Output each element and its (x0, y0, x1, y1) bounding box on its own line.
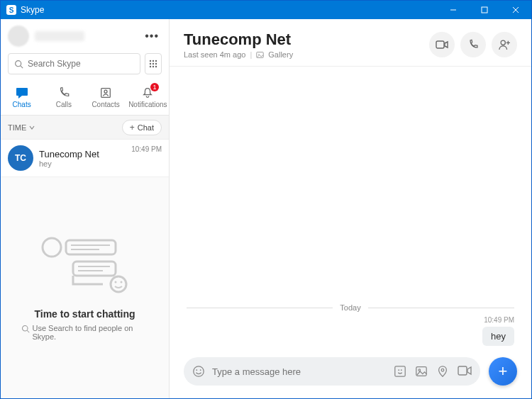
svg-line-5 (21, 65, 23, 67)
svg-marker-16 (18, 96, 22, 99)
image-icon[interactable] (415, 365, 428, 378)
svg-point-7 (153, 60, 154, 62)
video-message-icon[interactable] (458, 365, 472, 376)
empty-state: Time to start chatting Use Search to fin… (1, 177, 169, 398)
phone-icon (57, 86, 70, 99)
svg-marker-48 (467, 367, 471, 374)
svg-rect-1 (482, 7, 487, 13)
conversation-item[interactable]: TC Tunecomp Net hey 10:49 PM (1, 140, 169, 177)
chevron-down-icon (29, 125, 35, 130)
add-people-button[interactable] (492, 32, 517, 57)
svg-point-18 (104, 90, 107, 93)
window-minimize-button[interactable] (438, 1, 469, 19)
app-window: S Skype ••• (0, 0, 532, 399)
svg-point-39 (196, 369, 197, 371)
new-chat-button[interactable]: + Chat (122, 120, 162, 135)
conversation-name: Tunecomp Net (39, 149, 126, 159)
profile-row[interactable]: ••• (1, 19, 169, 50)
svg-point-43 (401, 369, 402, 371)
svg-point-11 (155, 63, 157, 64)
profile-avatar (8, 26, 29, 47)
svg-point-27 (114, 281, 116, 283)
svg-rect-47 (458, 366, 467, 375)
tab-contacts[interactable]: Contacts (85, 80, 127, 115)
svg-point-19 (43, 238, 61, 257)
section-time-label[interactable]: TIME (8, 123, 26, 132)
search-icon (14, 60, 23, 69)
empty-subtitle: Use Search to find people on Skype. (33, 324, 149, 341)
window-close-button[interactable] (500, 1, 531, 19)
svg-point-38 (194, 366, 204, 376)
notification-badge: 1 (150, 83, 159, 91)
chat-status: Last seen 4m ago (184, 50, 245, 59)
tab-chats-label: Chats (13, 101, 31, 108)
conversation-avatar: TC (8, 145, 33, 171)
contacts-icon (99, 86, 112, 99)
conversation-time: 10:49 PM (131, 145, 162, 171)
search-input[interactable] (28, 59, 134, 69)
new-action-button[interactable]: + (489, 357, 517, 386)
app-body: ••• Chats (1, 19, 531, 398)
message-input[interactable] (212, 366, 387, 377)
svg-point-10 (153, 63, 154, 64)
svg-point-12 (150, 66, 151, 67)
tab-chats[interactable]: Chats (1, 80, 43, 115)
conversation-preview: hey (39, 159, 126, 168)
message-bubble[interactable]: hey (482, 327, 514, 346)
svg-point-45 (419, 369, 421, 371)
location-icon[interactable] (436, 365, 449, 378)
gallery-icon (256, 51, 264, 59)
tab-calls[interactable]: Calls (43, 80, 84, 115)
svg-point-4 (16, 60, 21, 66)
svg-rect-23 (73, 262, 116, 276)
tab-contacts-label: Contacts (92, 101, 119, 108)
search-box[interactable] (8, 53, 140, 74)
svg-rect-20 (66, 240, 116, 254)
empty-title: Time to start chatting (34, 308, 135, 320)
more-menu-button[interactable]: ••• (142, 27, 162, 45)
search-icon (21, 325, 30, 333)
svg-point-29 (22, 326, 28, 332)
chat-title: Tunecomp Net (184, 30, 429, 49)
chat-icon (15, 86, 29, 99)
composer[interactable] (184, 357, 480, 386)
plus-icon: + (499, 362, 508, 381)
svg-marker-34 (445, 42, 448, 47)
gallery-link[interactable]: Gallery (268, 50, 293, 59)
svg-point-6 (150, 60, 151, 62)
svg-point-9 (150, 63, 151, 64)
svg-point-28 (120, 281, 122, 283)
sidebar: ••• Chats (1, 19, 170, 398)
message-list[interactable]: Today 10:49 PM hey (170, 67, 531, 350)
profile-name-blurred (35, 31, 84, 41)
svg-point-26 (111, 276, 126, 292)
new-chat-label: Chat (138, 123, 154, 132)
svg-point-40 (200, 369, 201, 371)
day-separator: Today (187, 303, 514, 312)
svg-rect-15 (16, 88, 28, 96)
svg-point-42 (398, 369, 399, 371)
dialpad-icon (148, 59, 158, 69)
window-maximize-button[interactable] (469, 1, 500, 19)
empty-illustration (39, 235, 131, 298)
separator: | (250, 50, 252, 59)
audio-call-button[interactable] (460, 32, 486, 57)
nav-tabs: Chats Calls Contacts 1 Notifications (1, 80, 169, 116)
sticker-icon[interactable] (394, 365, 406, 378)
video-call-button[interactable] (429, 32, 455, 57)
svg-point-8 (155, 60, 157, 62)
plus-icon: + (130, 123, 135, 133)
svg-rect-33 (436, 41, 444, 48)
chat-header: Tunecomp Net Last seen 4m ago | Gallery (170, 19, 531, 67)
phone-icon (467, 39, 479, 50)
day-separator-label: Today (340, 303, 360, 312)
svg-point-46 (441, 369, 444, 371)
emoji-icon[interactable] (192, 365, 205, 378)
tab-calls-label: Calls (56, 101, 72, 108)
message-timestamp: 10:49 PM (187, 316, 514, 324)
tab-notifications-label: Notifications (128, 101, 167, 108)
tab-notifications[interactable]: 1 Notifications (127, 80, 169, 115)
composer-area: + (170, 350, 531, 398)
dialpad-button[interactable] (145, 53, 162, 74)
skype-app-icon: S (6, 5, 16, 15)
